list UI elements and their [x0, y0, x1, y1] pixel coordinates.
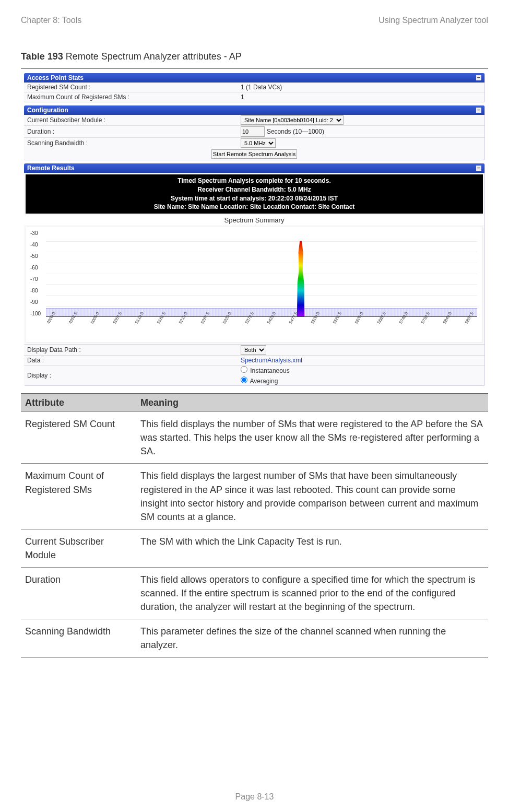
label-display: Display : [24, 371, 238, 380]
duration-suffix: Seconds (10—1000) [267, 128, 324, 135]
panel-access-point-stats: Access Point Stats − Registered SM Count… [24, 73, 485, 102]
radio-averaging-label[interactable]: Averaging [241, 376, 278, 385]
collapse-icon[interactable]: − [476, 166, 481, 171]
chart-x-axis: 4900.04952.55005.05057.55110.05162.55215… [46, 318, 477, 341]
cell-meaning: This field allows operators to configure… [136, 568, 488, 619]
cell-attribute: Current Subscriber Module [21, 529, 136, 567]
table-row: Display : Instantaneous Averaging [24, 365, 484, 385]
cell-attribute: Maximum Count of Registered SMs [21, 464, 136, 529]
table-row: Current Subscriber ModuleThe SM with whi… [21, 529, 488, 567]
cell-meaning: This parameter defines the size of the c… [136, 619, 488, 657]
chart-plot-area [46, 230, 477, 317]
table-row: Duration : Seconds (10—1000) [24, 125, 484, 137]
table-row: Maximum Count of Registered SMs : 1 [24, 92, 484, 102]
spectrum-chart: -30 -40 -50 -60 -70 -80 -90 -100 [26, 227, 483, 343]
table-row: Maximum Count of Registered SMsThis fiel… [21, 464, 488, 529]
current-subscriber-select[interactable]: Site Name [0a003ebb0104] Luid: 2 [241, 115, 344, 125]
duration-input[interactable] [241, 126, 265, 137]
panel-header-stats[interactable]: Access Point Stats − [24, 73, 484, 83]
table-row: Registered SM CountThis field displays t… [21, 412, 488, 464]
info-line: Timed Spectrum Analysis complete for 10 … [31, 176, 478, 185]
panel-header-results[interactable]: Remote Results − [24, 163, 484, 173]
value-max-registered-sms: 1 [238, 93, 484, 101]
label-duration: Duration : [24, 127, 238, 136]
cell-meaning: The SM with which the Link Capacity Test… [136, 529, 488, 567]
chart-y-axis: -30 -40 -50 -60 -70 -80 -90 -100 [30, 230, 41, 316]
info-line: System time at start of analysis: 20:22:… [31, 194, 478, 203]
panel-remote-results: Remote Results − Timed Spectrum Analysis… [24, 163, 485, 386]
panel-configuration: Configuration − Current Subscriber Modul… [24, 105, 485, 160]
spectrum-summary-label: Spectrum Summary [24, 215, 484, 225]
header-left: Chapter 8: Tools [21, 16, 81, 25]
col-meaning: Meaning [136, 394, 488, 412]
panel-header-config[interactable]: Configuration − [24, 105, 484, 115]
table-row: Data : SpectrumAnalysis.xml [24, 355, 484, 365]
table-caption: Table 193 Remote Spectrum Analyzer attri… [21, 51, 488, 62]
table-title: Remote Spectrum Analyzer attributes - AP [63, 51, 242, 62]
info-line: Receiver Channel Bandwidth: 5.0 MHz [31, 185, 478, 194]
cell-attribute: Scanning Bandwidth [21, 619, 136, 657]
spectrum-info-banner: Timed Spectrum Analysis complete for 10 … [26, 174, 483, 214]
radio-instantaneous-label[interactable]: Instantaneous [241, 366, 290, 374]
scanning-bandwidth-select[interactable]: 5.0 MHz [241, 138, 276, 148]
col-attribute: Attribute [21, 394, 136, 412]
cell-attribute: Registered SM Count [21, 412, 136, 464]
table-row: Current Subscriber Module : Site Name [0… [24, 115, 484, 125]
cell-attribute: Duration [21, 568, 136, 619]
panel-title: Access Point Stats [27, 74, 84, 81]
label-current-subscriber: Current Subscriber Module : [24, 116, 238, 124]
label-max-registered-sms: Maximum Count of Registered SMs : [24, 93, 238, 101]
collapse-icon[interactable]: − [476, 75, 481, 80]
table-number: Table 193 [21, 51, 63, 62]
start-spectrum-analysis-button[interactable]: Start Remote Spectrum Analysis [211, 149, 297, 159]
radio-instantaneous[interactable] [241, 366, 247, 373]
label-scanning-bandwidth: Scanning Bandwidth : [24, 139, 238, 147]
label-data: Data : [24, 356, 238, 364]
panel-title: Remote Results [27, 164, 75, 172]
page-footer: Page 8-13 [0, 792, 509, 802]
collapse-icon[interactable]: − [476, 108, 481, 113]
header-right: Using Spectrum Analyzer tool [378, 16, 488, 25]
cell-meaning: This field displays the largest number o… [136, 464, 488, 529]
radio-averaging[interactable] [241, 376, 247, 383]
info-line: Site Name: Site Name Location: Site Loca… [31, 203, 478, 211]
table-row: Registered SM Count : 1 (1 Data VCs) [24, 83, 484, 92]
table-row: Display Data Path : Both [24, 344, 484, 355]
cell-meaning: This field displays the number of SMs th… [136, 412, 488, 464]
table-row: Scanning Bandwidth : 5.0 MHz [24, 137, 484, 148]
spectrum-peak [296, 241, 305, 316]
table-row: Scanning BandwidthThis parameter defines… [21, 619, 488, 657]
screenshot-container: Access Point Stats − Registered SM Count… [21, 68, 488, 394]
value-registered-sm-count: 1 (1 Data VCs) [238, 83, 484, 91]
page-header: Chapter 8: Tools Using Spectrum Analyzer… [21, 16, 488, 25]
panel-title: Configuration [27, 107, 68, 114]
display-data-path-select[interactable]: Both [241, 345, 266, 355]
label-registered-sm-count: Registered SM Count : [24, 83, 238, 91]
attribute-table: Attribute Meaning Registered SM CountThi… [21, 394, 488, 657]
table-row: DurationThis field allows operators to c… [21, 568, 488, 619]
data-xml-link[interactable]: SpectrumAnalysis.xml [241, 357, 302, 364]
label-display-data-path: Display Data Path : [24, 346, 238, 354]
